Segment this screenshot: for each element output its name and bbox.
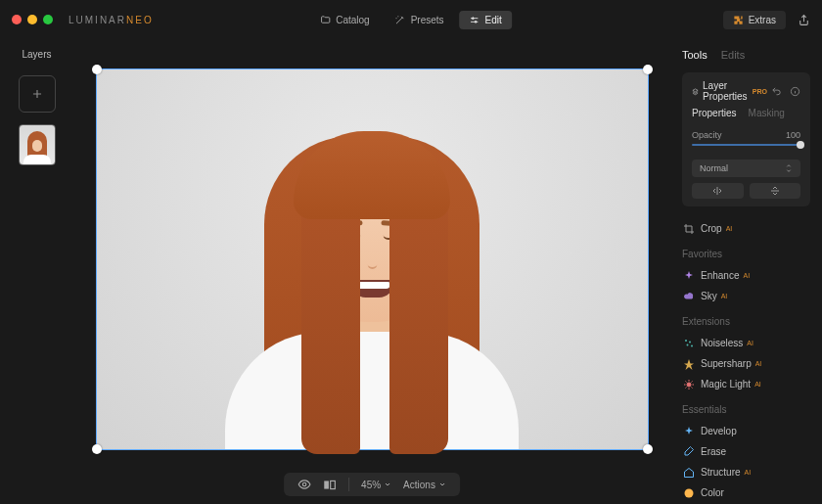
ai-badge: AI [743, 272, 750, 279]
flip-horizontal-button[interactable] [692, 183, 744, 199]
info-button[interactable] [790, 86, 800, 97]
catalog-tab[interactable]: Catalog [310, 11, 379, 29]
opacity-control: Opacity 100 [692, 126, 800, 160]
tool-supersharp[interactable]: Supersharp AI [682, 353, 810, 374]
share-icon [798, 14, 810, 26]
transform-handle-top-right[interactable] [643, 65, 653, 74]
svg-point-6 [685, 340, 687, 342]
folder-icon [320, 15, 331, 25]
compare-toggle[interactable] [323, 480, 337, 490]
tool-label: Erase [701, 446, 726, 457]
layers-icon [692, 86, 699, 97]
tool-label: Magic Light [701, 379, 751, 389]
tool-develop[interactable]: Develop [682, 421, 810, 441]
tool-noiseless[interactable]: Noiseless AI [682, 333, 810, 353]
compare-icon [323, 480, 337, 490]
tool-sky[interactable]: Sky AI [682, 286, 810, 306]
layer-thumbnail[interactable] [19, 124, 56, 165]
brand-accent: NEO [126, 15, 154, 25]
cloud-icon [682, 290, 695, 302]
catalog-label: Catalog [336, 15, 369, 25]
section-favorites: Favorites [682, 249, 810, 259]
info-icon [790, 86, 800, 97]
tool-label: Enhance [701, 270, 739, 281]
svg-point-0 [473, 17, 475, 19]
subtab-masking[interactable]: Masking [749, 108, 785, 118]
ai-badge: AI [755, 360, 762, 367]
panel-tabs: Tools Edits [682, 49, 810, 61]
transform-handle-top-left[interactable] [92, 65, 102, 74]
maximize-window-button[interactable] [43, 15, 53, 24]
tool-label: Noiseless [701, 338, 743, 348]
wand-icon [395, 15, 406, 25]
structure-icon [682, 466, 695, 479]
layer-properties-panel: Layer Properties PRO Properties Masking … [682, 72, 810, 206]
dropdown-arrows-icon [785, 163, 793, 173]
sparkle-icon [682, 269, 695, 282]
sharp-icon [682, 357, 695, 370]
tab-edits[interactable]: Edits [721, 49, 745, 61]
color-icon [682, 486, 695, 499]
tool-label: Develop [701, 426, 737, 436]
main-content: Layers [0, 39, 822, 504]
blend-mode-select[interactable]: Normal [692, 160, 800, 177]
mode-switcher: Catalog Presets Edit [310, 11, 512, 29]
chevron-down-icon [384, 481, 391, 488]
canvas-toolbar: 45% Actions [284, 473, 460, 496]
visibility-toggle[interactable] [297, 478, 311, 491]
tool-magic-light[interactable]: Magic Light AI [682, 374, 810, 394]
svg-rect-3 [324, 481, 329, 488]
tab-tools[interactable]: Tools [682, 49, 708, 61]
light-icon [682, 378, 695, 390]
layer-properties-header: Layer Properties PRO [692, 80, 800, 102]
chevron-down-icon [438, 481, 446, 488]
flip-horizontal-icon [711, 186, 723, 196]
tool-structure[interactable]: Structure AI [682, 462, 810, 482]
opacity-label: Opacity [692, 130, 722, 140]
canvas-area: 45% Actions [73, 39, 670, 504]
image-canvas[interactable] [96, 69, 649, 450]
tool-color[interactable]: Color [682, 482, 810, 503]
extras-button[interactable]: Extras [723, 11, 786, 29]
svg-point-10 [687, 383, 691, 387]
zoom-value: 45% [361, 480, 381, 490]
presets-label: Presets [411, 15, 444, 25]
minimize-window-button[interactable] [27, 15, 37, 24]
subtab-properties[interactable]: Properties [692, 108, 737, 118]
opacity-slider[interactable] [692, 144, 800, 146]
flip-vertical-icon [770, 185, 780, 197]
slider-knob[interactable] [797, 141, 804, 149]
svg-point-11 [684, 488, 693, 497]
flip-vertical-button[interactable] [750, 183, 801, 199]
sliders-icon [470, 15, 480, 25]
plus-icon [30, 87, 44, 101]
tool-erase[interactable]: Erase [682, 441, 810, 462]
ai-badge: AI [745, 469, 752, 476]
tool-enhance[interactable]: Enhance AI [682, 265, 810, 286]
reset-button[interactable] [771, 86, 782, 97]
puzzle-icon [733, 15, 744, 25]
ai-badge: AI [726, 225, 733, 232]
tool-label: Supersharp [701, 358, 752, 369]
window-controls [12, 15, 53, 24]
presets-tab[interactable]: Presets [386, 11, 454, 29]
eye-icon [297, 478, 311, 491]
close-window-button[interactable] [12, 15, 22, 24]
tool-label: Sky [701, 291, 717, 301]
svg-rect-4 [331, 481, 336, 488]
transform-handle-bottom-left[interactable] [92, 444, 102, 454]
add-layer-button[interactable] [19, 75, 56, 113]
layers-panel-title: Layers [22, 49, 51, 60]
edit-tab[interactable]: Edit [460, 11, 512, 29]
transform-handle-bottom-right[interactable] [643, 444, 653, 454]
opacity-value: 100 [786, 130, 800, 140]
tool-crop[interactable]: Crop AI [682, 218, 810, 239]
actions-label: Actions [403, 480, 435, 490]
edit-label: Edit [485, 15, 502, 25]
develop-icon [682, 425, 695, 437]
share-button[interactable] [798, 14, 810, 26]
actions-dropdown[interactable]: Actions [403, 480, 446, 490]
zoom-dropdown[interactable]: 45% [361, 480, 391, 490]
tool-list: Crop AI Favorites Enhance AI Sky AI Exte… [682, 218, 810, 504]
svg-point-9 [691, 344, 693, 346]
